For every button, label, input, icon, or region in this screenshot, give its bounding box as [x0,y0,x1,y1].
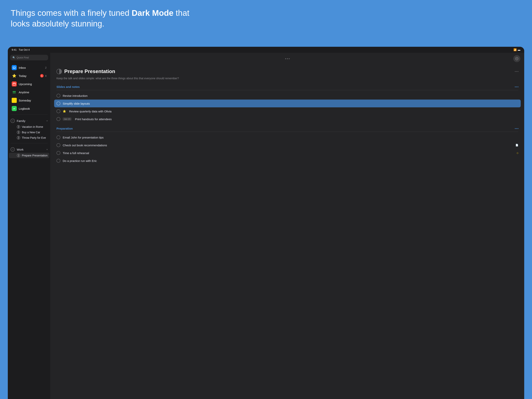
book-checkbox[interactable] [57,143,60,147]
task-practice-eric[interactable]: Do a practice run with Eric [57,157,266,165]
someday-icon [12,98,17,103]
anytime-label: Anytime [19,90,47,94]
hero-text-line1: Things comes with a finely tuned Dark Mo… [11,8,189,18]
device-content: 🔍 Quick Find Inbox 2 ⭐ Today 1 [8,53,266,200]
today-red-badge: 1 [40,74,44,77]
task-check-book[interactable]: Check out book recommendations 📄 [57,141,266,149]
task-title-row: Prepare Presentation [57,68,266,74]
prepare-presentation-label: Prepare Presentation [22,154,48,157]
sidebar-item-someday[interactable]: Someday [9,97,49,104]
sidebar-item-newcar[interactable]: Buy a New Car [8,129,51,135]
svg-rect-8 [13,99,16,102]
hero-text-bold: Dark Mode [132,8,173,18]
sidebar-item-party[interactable]: Throw Party for Eve [8,135,51,141]
logbook-label: Logbook [19,107,47,110]
simplify-checkbox[interactable] [57,102,60,105]
slides-notes-section: Slides and notes Revise introduction [57,85,266,123]
sidebar-divider-1 [11,115,48,115]
family-section-icon [11,119,15,123]
work-section-header[interactable]: Work ▾ [8,146,51,153]
sidebar-item-today[interactable]: ⭐ Today 1 8 [9,72,49,80]
upcoming-label: Upcoming [19,82,47,86]
rehearsal-checkbox[interactable] [57,151,60,155]
sidebar-item-vacation[interactable]: Vacation in Rome [8,124,51,129]
work-icon-inner [12,149,13,150]
slides-notes-title: Slides and notes [57,85,80,89]
task-completion-icon[interactable] [57,69,62,74]
print-date-badge: Jan 15 [63,117,71,121]
email-checkbox[interactable] [57,135,60,139]
hero-text: Things comes with a finely tuned Dark Mo… [0,0,266,35]
device-frame: 9:41 Tue Oct 4 📶 ▬ 🔍 Quick Find [8,47,266,200]
task-review-quarterly[interactable]: ⭐ Review quarterly data with Olivia [57,107,266,115]
today-count: 8 [45,74,47,77]
work-section-label: Work [17,148,47,151]
anytime-icon [12,90,17,95]
family-icon-inner [12,120,13,122]
sidebar-item-anytime[interactable]: Anytime [9,88,49,96]
search-bar[interactable]: 🔍 Quick Find [10,55,48,60]
upcoming-icon [12,81,17,86]
sidebar-item-prepare-presentation[interactable]: Prepare Presentation [9,153,49,158]
task-detail: Prepare Presentation Keep the talk and s… [51,64,266,200]
task-revise-introduction[interactable]: Revise introduction [57,92,266,100]
today-red-badge-value: 1 [41,75,43,77]
newcar-icon-half [18,131,19,134]
today-icon: ⭐ [12,73,17,78]
print-label: Print handouts for attendees [75,117,266,121]
sidebar-section-family: Family ▾ Vacation in Rome Buy a New Car [8,117,51,141]
newcar-label: Buy a New Car [22,131,40,134]
task-description: Keep the talk and slides simple: what ar… [57,76,266,80]
main-content: Prepare Presentation Keep the talk and s… [51,53,266,200]
vacation-label: Vacation in Rome [22,125,43,129]
task-print-handouts[interactable]: Jan 15 Print handouts for attendees [57,115,266,123]
today-label: Today [19,74,40,77]
family-section-header[interactable]: Family ▾ [8,117,51,124]
simplify-label: Simplify slide layouts [63,102,266,105]
party-label: Throw Party for Eve [22,136,46,139]
practice-checkbox[interactable] [57,159,60,163]
sidebar-item-logbook[interactable]: Logbook [9,105,49,112]
preparation-header: Preparation [57,127,266,132]
sidebar: 🔍 Quick Find Inbox 2 ⭐ Today 1 [8,53,51,200]
star-badge: ⭐ [63,110,66,113]
family-chevron-icon: ▾ [47,120,48,122]
hero-text-prefix: Things comes with a finely tuned [11,8,132,18]
task-icon-half [59,69,62,74]
vacation-icon-half [18,125,19,128]
inbox-label: Inbox [19,66,44,69]
hero-text-line2: looks absolutely stunning. [11,19,104,28]
task-time-rehearsal[interactable]: Time a full rehearsal ◇ [57,149,266,157]
work-chevron-icon: ▾ [47,148,48,151]
print-checkbox[interactable] [57,117,60,121]
hero-text-suffix: that [173,8,190,18]
status-date-value: Tue Oct 4 [19,48,30,51]
revise-label: Revise introduction [63,94,266,97]
inbox-icon [12,65,17,70]
preparation-title: Preparation [57,127,73,130]
svg-rect-5 [13,91,16,92]
rehearsal-label: Time a full rehearsal [63,151,266,155]
vacation-icon [17,125,20,129]
practice-label: Do a practice run with Eric [63,159,266,162]
svg-rect-6 [13,92,16,93]
review-checkbox[interactable] [57,109,60,113]
status-time: 9:41 Tue Oct 4 [12,48,30,51]
prepare-presentation-icon [17,154,20,157]
revise-checkbox[interactable] [57,94,60,98]
work-section-icon [11,147,15,152]
sidebar-item-upcoming[interactable]: Upcoming [9,80,49,88]
book-label: Check out book recommendations [63,144,266,147]
slides-notes-header: Slides and notes [57,85,266,90]
logbook-icon [12,106,17,111]
svg-rect-1 [13,83,16,85]
svg-rect-7 [13,93,16,94]
task-simplify-layouts[interactable]: Simplify slide layouts [54,100,266,107]
main-header [51,53,266,64]
inbox-count: 2 [45,66,47,69]
sidebar-item-inbox[interactable]: Inbox 2 [9,64,49,71]
status-bar: 9:41 Tue Oct 4 📶 ▬ [8,47,266,53]
status-time-value: 9:41 [12,48,17,51]
email-label: Email John for presentation tips [63,136,266,139]
task-email-john[interactable]: Email John for presentation tips [57,134,266,141]
